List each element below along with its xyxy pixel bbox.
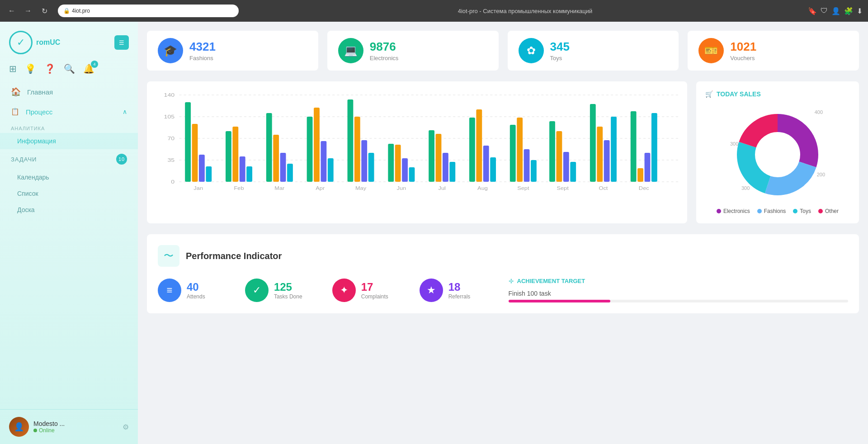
svg-rect-40 — [429, 130, 434, 182]
page-title: 4iot-pro - Система промышленных коммуник… — [246, 8, 804, 14]
shield-icon: 🛡 — [821, 7, 828, 15]
svg-rect-42 — [443, 153, 448, 182]
sidebar: ✓ romUC ☰ ⊞ 💡 ❓ 🔍 🔔 4 🏠 Главная 📋 — [0, 22, 138, 444]
browser-chrome: ← → ↻ 🔒 4iot.pro 4iot-pro - Система пром… — [0, 0, 868, 22]
sidebar-item-process[interactable]: 📋 Процесс ∧ — [0, 102, 138, 121]
svg-rect-61 — [597, 127, 603, 182]
logo-icon: ✓ — [9, 31, 33, 54]
label-400: 400 — [815, 109, 823, 115]
legend-electronics: Electronics — [717, 208, 750, 214]
sidebar-toolbar: ⊞ 💡 ❓ 🔍 🔔 4 — [0, 59, 138, 81]
progress-bar — [509, 300, 849, 302]
referrals-label: Referrals — [448, 293, 471, 300]
svg-rect-63 — [611, 117, 617, 182]
svg-rect-38 — [409, 167, 415, 182]
profile-icon[interactable]: 👤 — [831, 7, 840, 15]
svg-text:0: 0 — [171, 179, 175, 184]
svg-rect-10 — [185, 102, 191, 182]
svg-rect-28 — [328, 158, 334, 182]
legend-toys: Toys — [793, 208, 811, 214]
sidebar-item-home[interactable]: 🏠 Главная — [0, 81, 138, 102]
bulb-icon[interactable]: 💡 — [25, 63, 36, 74]
stat-icon-fashions: 🎓 — [158, 38, 183, 63]
extensions-icon[interactable]: 🧩 — [844, 7, 853, 15]
svg-rect-62 — [604, 140, 610, 182]
svg-rect-16 — [232, 127, 238, 182]
forward-button[interactable]: → — [22, 5, 34, 17]
svg-rect-48 — [490, 157, 496, 182]
performance-bottom: ≡ 40 Attends ✓ 125 Tasks Done — [158, 278, 848, 302]
reload-button[interactable]: ↻ — [38, 5, 51, 17]
back-button[interactable]: ← — [5, 5, 18, 17]
user-info: Modesto ... Online — [33, 420, 118, 434]
performance-section: 〜 Performance Indicator ≡ 40 Attends — [147, 234, 859, 313]
attends-value: 40 — [187, 281, 205, 293]
grid-icon[interactable]: ⊞ — [9, 63, 17, 74]
svg-rect-67 — [645, 153, 651, 182]
achievement-icon: ⊹ — [509, 278, 514, 284]
process-label: Процесс — [26, 108, 52, 116]
notification-icon[interactable]: 🔔 4 — [83, 63, 94, 74]
stat-icon-toys: ✿ — [519, 38, 544, 63]
tasks-section: ЗАДАЧИ 10 — [0, 149, 138, 169]
legend-dot-other — [818, 209, 823, 213]
referrals-value: 18 — [448, 281, 471, 293]
svg-rect-18 — [246, 166, 252, 182]
search-icon[interactable]: 🔍 — [64, 63, 75, 74]
svg-point-74 — [757, 134, 798, 175]
sidebar-footer: 👤 Modesto ... Online ⚙ — [0, 409, 138, 444]
performance-stats: ≡ 40 Attends ✓ 125 Tasks Done — [158, 278, 498, 302]
progress-fill — [509, 300, 610, 302]
stat-value-toys: 345 — [550, 40, 570, 54]
label-300-left: 300 — [730, 141, 738, 146]
hamburger-button[interactable]: ☰ — [114, 35, 129, 50]
address-bar[interactable]: 🔒 4iot.pro — [58, 5, 239, 17]
download-icon[interactable]: ⬇ — [857, 7, 863, 15]
svg-rect-17 — [240, 156, 245, 182]
svg-rect-50 — [510, 125, 516, 182]
sidebar-item-info[interactable]: Информация — [0, 133, 138, 149]
attends-label: Attends — [187, 293, 205, 300]
bar-chart-svg: 140 105 70 35 0 Jan — [156, 90, 678, 199]
svg-rect-53 — [531, 160, 537, 182]
sidebar-item-list[interactable]: Список — [0, 185, 138, 202]
legend-dot-fashions — [757, 209, 762, 213]
sidebar-item-calendar[interactable]: Календарь — [0, 169, 138, 185]
stat-label-toys: Toys — [550, 55, 570, 61]
bookmark-icon[interactable]: 🔖 — [808, 7, 817, 15]
svg-rect-68 — [651, 113, 657, 182]
stat-card-electronics: 💻 9876 Electronics — [327, 31, 499, 71]
referrals-icon: ★ — [420, 279, 443, 302]
help-icon[interactable]: ❓ — [44, 63, 56, 74]
label-300-bottom: 300 — [741, 185, 750, 191]
achievement-title: ⊹ ACHIEVEMENT TARGET — [509, 278, 849, 284]
settings-icon[interactable]: ⚙ — [123, 423, 129, 431]
user-name: Modesto ... — [33, 420, 118, 427]
referrals-values: 18 Referrals — [448, 281, 471, 300]
donut-chart: 400 300 200 300 — [728, 105, 827, 204]
stat-icon-vouchers: 🎫 — [698, 38, 724, 63]
complaints-values: 17 Complaints — [361, 281, 388, 300]
stat-card-fashions: 🎓 4321 Fashions — [147, 31, 318, 71]
svg-rect-57 — [563, 152, 569, 182]
home-icon: 🏠 — [11, 87, 21, 97]
tasks-badge: 10 — [116, 154, 127, 165]
complaints-value: 17 — [361, 281, 388, 293]
svg-rect-47 — [483, 146, 489, 182]
logo-area: ✓ romUC — [9, 31, 60, 54]
status-dot — [33, 429, 37, 432]
sidebar-item-board[interactable]: Доска — [0, 202, 138, 218]
svg-rect-32 — [361, 140, 367, 182]
stats-row: 🎓 4321 Fashions 💻 9876 Electronics ✿ 345… — [147, 31, 859, 71]
svg-rect-41 — [436, 134, 442, 182]
main-content: 🎓 4321 Fashions 💻 9876 Electronics ✿ 345… — [138, 22, 868, 444]
svg-rect-56 — [557, 131, 562, 182]
svg-rect-36 — [395, 145, 401, 182]
browser-toolbar: 🔖 🛡 👤 🧩 ⬇ — [808, 7, 863, 15]
svg-rect-45 — [469, 118, 475, 182]
sidebar-header: ✓ romUC ☰ — [0, 22, 138, 59]
today-sales-label: TODAY SALES — [717, 90, 761, 98]
svg-text:Oct: Oct — [599, 186, 608, 190]
bar-chart: 140 105 70 35 0 Jan — [156, 90, 678, 199]
stat-value-electronics: 9876 — [370, 40, 399, 54]
